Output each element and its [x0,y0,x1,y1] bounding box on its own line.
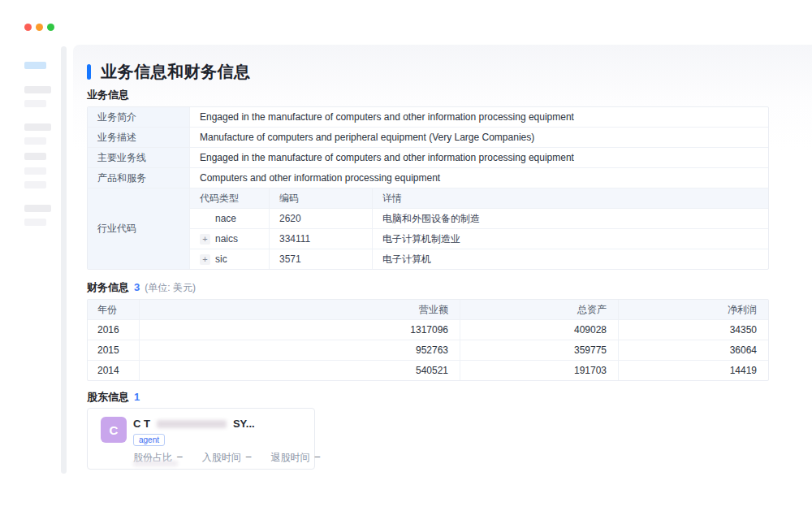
column-header: 详情 [372,188,768,208]
redacted-name [157,420,227,428]
page-title-row: 业务信息和财务信息 [87,61,251,83]
year-cell: 2014 [88,361,139,380]
shareholder-name-prefix: C T [133,418,150,430]
business-section-label: 业务信息 [87,88,129,102]
revenue-cell: 952763 [139,340,460,360]
financial-header-row: 年份 营业额 总资产 净利润 [88,300,768,320]
sidebar-skeleton-item [24,123,51,131]
detail-cell: 电子计算机 [372,249,768,269]
stat-item: 退股时间 – [270,451,320,465]
revenue-cell: 1317096 [139,320,460,340]
row-label: 业务简介 [88,107,189,127]
financial-table: 年份 营业额 总资产 净利润 2016 1317096 409028 34350… [87,299,769,381]
sidebar-skeleton-item [24,219,46,226]
sidebar-skeleton-item [24,153,46,160]
row-value: Engaged in the manufacture of computers … [189,148,768,167]
column-header: 代码类型 [190,188,269,208]
window-controls [24,24,54,31]
code-type-cell: + naics [190,229,269,249]
code-type: nace [215,213,236,224]
detail-cell: 电脑和外围设备的制造 [372,209,768,228]
table-row: 业务简介 Engaged in the manufacture of compu… [88,107,768,128]
column-header: 总资产 [460,300,618,319]
close-window-icon[interactable] [24,24,32,31]
table-row: 2016 1317096 409028 34350 [88,320,768,340]
scrollbar[interactable] [61,46,67,474]
column-header: 年份 [88,300,139,319]
year-cell: 2015 [88,340,139,360]
year-cell: 2016 [88,320,139,340]
financial-section-label: 财务信息 [87,280,129,295]
stat-label: 退股时间 [270,451,309,465]
assets-cell: 409028 [460,320,618,340]
financial-section-title: 财务信息 3 (单位: 美元) [87,280,196,295]
shareholder-name: C T SY... [133,418,255,430]
sidebar-skeleton-item [24,167,46,175]
sidebar-skeleton-item [24,205,51,212]
row-label: 行业代码 [88,188,189,269]
sidebar-skeleton-item [24,86,51,93]
sidebar-skeleton-item [24,137,46,145]
code-type-cell: nace [190,209,269,228]
nested-header-row: 代码类型 编码 详情 [190,188,768,209]
row-label: 产品和服务 [88,168,189,188]
expand-icon[interactable]: + [200,234,210,245]
shareholder-count-badge: 1 [134,391,140,403]
code-cell: 3571 [269,249,372,269]
table-row: 业务描述 Manufacture of computers and periph… [88,128,768,148]
financial-unit-note: (单位: 美元) [145,281,196,295]
stat-item: 入股时间 – [202,451,252,465]
industry-codes-table: 代码类型 编码 详情 nace 2620 电脑和外围设备的制造 + naics [189,188,768,269]
financial-count-badge: 3 [134,281,140,293]
avatar: C [101,417,127,443]
profit-cell: 14419 [618,361,768,380]
table-row: nace 2620 电脑和外围设备的制造 [190,209,768,229]
profit-cell: 34350 [618,320,768,340]
code-cell: 2620 [269,209,372,228]
stat-label: 入股时间 [202,451,241,465]
assets-cell: 191703 [460,361,618,380]
detail-cell: 电子计算机制造业 [372,229,768,249]
assets-cell: 359775 [460,340,618,360]
sidebar-active-item-skeleton [24,62,46,69]
table-row: + naics 334111 电子计算机制造业 [190,229,768,249]
row-value: Manufacture of computers and peripheral … [189,128,768,147]
expand-placeholder [200,214,210,224]
stat-value: – [314,451,320,465]
code-type: sic [215,253,227,265]
code-cell: 334111 [269,229,372,249]
sidebar-skeleton-item [24,100,46,107]
table-row: 2014 540521 191703 14419 [88,361,768,380]
code-type-cell: + sic [190,249,269,269]
row-value: Engaged in the manufacture of computers … [189,107,768,127]
stat-value: – [177,451,183,465]
sidebar-skeleton-item [24,181,46,188]
agent-badge: agent [133,434,165,446]
minimize-window-icon[interactable] [36,24,43,31]
main-panel: 业务信息和财务信息 业务信息 业务简介 Engaged in the manuf… [73,45,812,477]
shareholder-section-label: 股东信息 [87,390,129,405]
profit-cell: 36064 [618,340,768,360]
stat-value: – [246,451,252,465]
shareholder-card: C C T SY... agent 股份占比 – 入股时间 – 退股时间 – [87,408,315,470]
redacted-stat-smudge [133,461,178,466]
column-header: 净利润 [618,300,768,319]
code-type: naics [215,233,238,245]
business-section-title: 业务信息 [87,88,129,102]
expand-icon[interactable]: + [200,254,210,265]
business-info-table: 业务简介 Engaged in the manufacture of compu… [87,106,769,270]
table-row: + sic 3571 电子计算机 [190,249,768,269]
column-header: 营业额 [139,300,460,319]
table-row: 2015 952763 359775 36064 [88,340,768,361]
table-row: 产品和服务 Computers and other information pr… [88,168,768,188]
row-label: 业务描述 [88,128,189,147]
shareholder-name-suffix: SY... [233,418,255,430]
zoom-window-icon[interactable] [47,24,54,31]
industry-codes-row: 行业代码 代码类型 编码 详情 nace 2620 电脑和外围设备的制造 [88,188,768,269]
title-accent-bar [87,64,91,80]
row-value: Computers and other information processi… [189,168,768,188]
revenue-cell: 540521 [139,361,460,380]
shareholder-section-title: 股东信息 1 [87,390,140,405]
table-row: 主要业务线 Engaged in the manufacture of comp… [88,148,768,168]
column-header: 编码 [269,188,372,208]
